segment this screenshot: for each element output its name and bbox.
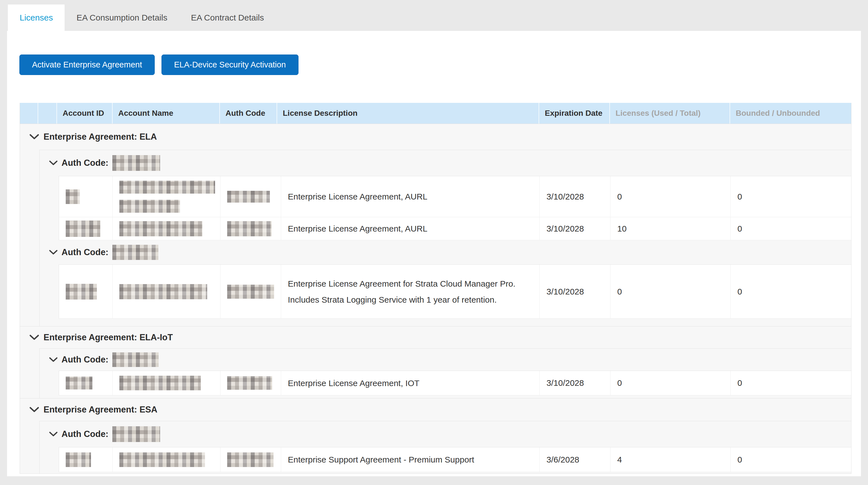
cell-license-description: Enterprise Support Agreement - Premium S…: [281, 447, 540, 472]
auth-code-label: Auth Code:: [62, 429, 108, 439]
redacted-auth-code: [227, 285, 274, 299]
column-header-account-id: Account ID: [57, 103, 113, 124]
redacted-auth-code: [227, 191, 270, 203]
column-header-expander-1: [20, 103, 38, 124]
redacted-auth-code: [227, 452, 274, 467]
table-row: Enterprise License Agreement, AURL 3/10/…: [59, 217, 851, 240]
cell-licenses-used-total: 0: [611, 176, 731, 217]
column-header-expander-2: [38, 103, 57, 124]
group-row-esa[interactable]: Enterprise Agreement: ESA: [20, 398, 851, 421]
ela-device-security-activation-button[interactable]: ELA-Device Security Activation: [161, 55, 299, 75]
auth-group-row[interactable]: Auth Code:: [40, 349, 851, 371]
cell-auth-code: [220, 371, 281, 395]
cell-expiration-date: 3/10/2028: [540, 176, 611, 217]
column-header-license-description: License Description: [277, 103, 539, 124]
cell-bounded-unbounded: 0: [731, 265, 852, 318]
column-header-auth-code: Auth Code: [220, 103, 277, 124]
cell-auth-code: [220, 217, 281, 240]
cell-licenses-used-total: 4: [611, 447, 731, 472]
chevron-down-icon[interactable]: [30, 407, 39, 412]
table-row: Enterprise Support Agreement - Premium S…: [59, 447, 851, 472]
table-row: Enterprise License Agreement for Strata …: [59, 265, 851, 319]
auth-code-label: Auth Code:: [62, 354, 108, 365]
cell-account-name: [113, 447, 220, 472]
cell-expiration-date: 3/10/2028: [540, 217, 611, 240]
cell-license-description: Enterprise License Agreement, IOT: [281, 371, 540, 395]
redacted-account-id: [66, 221, 100, 237]
group-ela: Enterprise Agreement: ELA Auth Code:: [20, 124, 851, 326]
tab-bar: Licenses EA Consumption Details EA Contr…: [0, 0, 868, 31]
auth-area-ela: Auth Code: Enterprise License Agreement,…: [39, 150, 851, 326]
chevron-down-icon[interactable]: [30, 335, 39, 340]
redacted-auth-code: [112, 245, 158, 260]
chevron-down-icon[interactable]: [30, 134, 39, 140]
auth-group-row[interactable]: Auth Code:: [40, 240, 851, 264]
column-header-bounded-unbounded: Bounded / Unbounded: [730, 103, 851, 124]
chevron-down-icon[interactable]: [49, 357, 58, 362]
tab-ea-consumption-details[interactable]: EA Consumption Details: [65, 4, 179, 31]
cell-expiration-date: 3/10/2028: [540, 371, 611, 395]
redacted-account-id: [66, 190, 80, 204]
data-box: Enterprise License Agreement, AURL 3/10/…: [59, 176, 851, 240]
redacted-account-name: [119, 284, 207, 299]
column-header-licenses-used-total: Licenses (Used / Total): [610, 103, 730, 124]
redacted-account-name: [119, 181, 215, 194]
cell-bounded-unbounded: 0: [731, 176, 852, 217]
redacted-account-id: [66, 284, 97, 299]
redacted-account-name: [119, 452, 205, 467]
tab-licenses[interactable]: Licenses: [8, 4, 65, 31]
cell-account-id: [59, 217, 113, 240]
group-ela-iot: Enterprise Agreement: ELA-IoT Auth Code:: [20, 326, 851, 398]
cell-licenses-used-total: 0: [611, 371, 731, 395]
cell-account-name: [113, 217, 220, 240]
column-header-account-name: Account Name: [113, 103, 220, 124]
auth-area-ela-iot: Auth Code: Enterprise License Agreement,…: [39, 348, 851, 398]
cell-account-id: [59, 371, 113, 395]
data-box: Enterprise License Agreement, IOT 3/10/2…: [59, 371, 851, 395]
redacted-auth-code: [227, 376, 272, 390]
redacted-account-name: [119, 200, 180, 213]
cell-license-description: Enterprise License Agreement, AURL: [281, 217, 540, 240]
chevron-down-icon[interactable]: [49, 161, 58, 166]
redacted-account-id: [66, 376, 92, 390]
auth-area-esa: Auth Code: Enterprise Support Agreement …: [39, 421, 851, 474]
auth-group-row[interactable]: Auth Code:: [40, 150, 851, 176]
table-header: Account ID Account Name Auth Code Licens…: [20, 103, 851, 124]
cell-auth-code: [220, 265, 281, 318]
auth-code-label: Auth Code:: [62, 158, 108, 168]
activate-enterprise-agreement-button[interactable]: Activate Enterprise Agreement: [20, 55, 155, 75]
group-esa: Enterprise Agreement: ESA Auth Code: Ent…: [20, 398, 851, 474]
cell-account-id: [59, 447, 113, 472]
cell-bounded-unbounded: 0: [731, 447, 852, 472]
chevron-down-icon[interactable]: [49, 432, 58, 437]
group-title: Enterprise Agreement: ESA: [43, 405, 157, 415]
table-row: Enterprise License Agreement, AURL 3/10/…: [59, 176, 851, 217]
group-title: Enterprise Agreement: ELA: [43, 132, 157, 142]
redacted-auth-code: [112, 155, 160, 171]
tab-ea-contract-details[interactable]: EA Contract Details: [179, 4, 276, 31]
data-box: Enterprise Support Agreement - Premium S…: [59, 447, 851, 472]
auth-code-label: Auth Code:: [62, 247, 108, 257]
column-header-expiration-date: Expiration Date: [539, 103, 610, 124]
data-box: Enterprise License Agreement for Strata …: [59, 264, 851, 319]
cell-expiration-date: 3/6/2028: [540, 447, 611, 472]
group-row-ela-iot[interactable]: Enterprise Agreement: ELA-IoT: [20, 326, 851, 348]
cell-account-id: [59, 265, 113, 318]
redacted-auth-code: [112, 352, 159, 367]
cell-license-description: Enterprise License Agreement, AURL: [281, 176, 540, 217]
toolbar: Activate Enterprise Agreement ELA-Device…: [7, 31, 861, 75]
group-row-ela[interactable]: Enterprise Agreement: ELA: [20, 124, 851, 150]
cell-bounded-unbounded: 0: [731, 371, 852, 395]
cell-license-description: Enterprise License Agreement for Strata …: [281, 265, 540, 318]
licenses-panel: Activate Enterprise Agreement ELA-Device…: [7, 31, 861, 476]
table-row: Enterprise License Agreement, IOT 3/10/2…: [59, 371, 851, 395]
license-table: Account ID Account Name Auth Code Licens…: [20, 103, 851, 474]
redacted-auth-code: [112, 426, 160, 442]
cell-expiration-date: 3/10/2028: [540, 265, 611, 318]
auth-group-row[interactable]: Auth Code:: [40, 421, 851, 447]
cell-licenses-used-total: 0: [611, 265, 731, 318]
redacted-auth-code: [227, 221, 272, 236]
cell-bounded-unbounded: 0: [731, 217, 852, 240]
cell-licenses-used-total: 10: [611, 217, 731, 240]
chevron-down-icon[interactable]: [49, 250, 58, 255]
